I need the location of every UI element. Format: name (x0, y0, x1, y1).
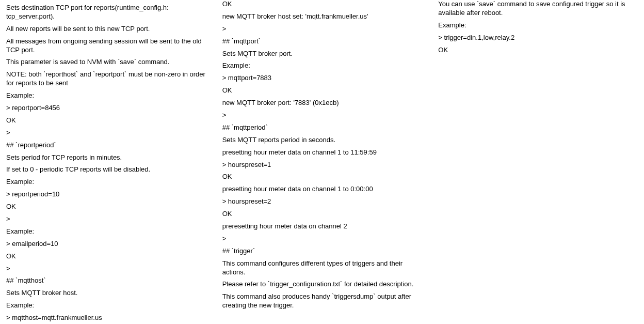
cli-command: > reportport=8456 (6, 104, 206, 113)
doc-paragraph: Sets MQTT broker port. (222, 50, 422, 58)
doc-paragraph: Sets MQTT reports period in seconds. (222, 136, 422, 145)
doc-paragraph: This command also produces handy `trigge… (222, 292, 422, 310)
cli-output: preresetting hour meter data on channel … (222, 222, 422, 231)
cli-output: presetting hour meter data on channel 1 … (222, 148, 422, 157)
cli-output: OK (222, 210, 422, 219)
cli-command: > hourspreset=1 (222, 161, 422, 169)
doc-paragraph: You can use `save` command to save confi… (438, 0, 638, 18)
cli-output: OK (6, 116, 206, 125)
cli-prompt: > (6, 129, 206, 137)
example-label: Example: (6, 178, 206, 187)
cli-prompt: > (6, 265, 206, 273)
section-heading-reportperiod: ## `reportperiod` (6, 141, 206, 150)
cli-output: OK (6, 203, 206, 211)
doc-paragraph: Please refer to `trigger_configuration.t… (222, 280, 422, 289)
cli-command: > trigger=din.1,low,relay.2 (438, 34, 638, 42)
doc-paragraph: Sets destination TCP port for reports(ru… (6, 4, 206, 21)
cli-prompt: > (6, 215, 206, 224)
example-label: Example: (6, 227, 206, 236)
doc-paragraph: If set to 0 - periodic TCP reports will … (6, 165, 206, 174)
example-label: Example: (222, 61, 422, 70)
section-heading-mqttperiod: ## `mqttperiod` (222, 124, 422, 132)
cli-output: OK (222, 0, 422, 9)
cli-output: new MQTT broker host set: 'mqtt.frankmue… (222, 12, 422, 21)
cli-command: > emailperiod=10 (6, 240, 206, 249)
cli-prompt: > (222, 25, 422, 34)
cli-prompt: > (222, 111, 422, 120)
document-columns: Sets destination TCP port for reports(ru… (0, 0, 644, 324)
doc-paragraph: This command configures different types … (222, 259, 422, 277)
cli-output: new MQTT broker port: '7883' (0x1ecb) (222, 99, 422, 107)
section-heading-trigger: ## `trigger` (222, 247, 422, 256)
cli-command: > mqtthost=mqtt.frankmueller.us (6, 314, 206, 322)
cli-output: presetting hour meter data on channel 1 … (222, 185, 422, 194)
cli-output: OK (222, 86, 422, 95)
section-heading-mqttport: ## `mqttport` (222, 37, 422, 46)
cli-prompt: > (222, 235, 422, 243)
section-heading-mqtthost: ## `mqtthost` (6, 276, 206, 285)
doc-paragraph: All messages from ongoing sending sessio… (6, 37, 206, 55)
doc-paragraph: All new reports will be sent to this new… (6, 25, 206, 34)
doc-paragraph: This parameter is saved to NVM with `sav… (6, 58, 206, 67)
cli-command: > reportperiod=10 (6, 190, 206, 199)
cli-output: OK (438, 46, 638, 55)
cli-output: OK (222, 173, 422, 181)
doc-paragraph: NOTE: both `reporthost` and `reportport`… (6, 70, 206, 88)
cli-command: > mqttport=7883 (222, 74, 422, 83)
doc-paragraph: Sets period for TCP reports in minutes. (6, 153, 206, 162)
cli-command: > hourspreset=2 (222, 197, 422, 206)
example-label: Example: (6, 91, 206, 100)
doc-paragraph: Sets MQTT broker host. (6, 289, 206, 298)
example-label: Example: (438, 21, 638, 30)
cli-output: OK (6, 252, 206, 261)
example-label: Example: (6, 301, 206, 310)
